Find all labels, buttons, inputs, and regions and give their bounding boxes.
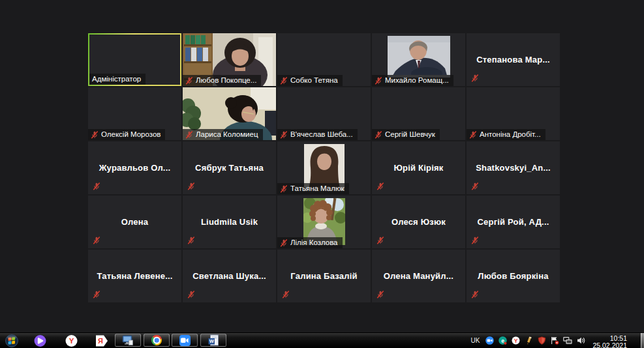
zoom-camera-icon bbox=[179, 335, 191, 346]
participant-tile[interactable]: Галина Базалій bbox=[277, 250, 371, 302]
participant-name: Любов Покопце... bbox=[196, 76, 256, 85]
yandex-alice-icon[interactable] bbox=[34, 334, 46, 347]
participant-tile[interactable]: Лариса Коломиец bbox=[183, 87, 276, 140]
participant-name: Олена bbox=[88, 196, 181, 248]
participant-tile[interactable]: Сергій Рой, АД... bbox=[467, 196, 560, 248]
participant-name: Сергій Рой, АД... bbox=[467, 196, 560, 248]
participant-name: Журавльов Ол... bbox=[88, 141, 181, 194]
action-center-flag-icon[interactable] bbox=[550, 336, 559, 345]
participant-tile[interactable]: Собко Тетяна bbox=[277, 33, 371, 86]
security-shield-icon[interactable] bbox=[537, 336, 546, 345]
participant-name: Сергій Шевчук bbox=[385, 130, 435, 139]
participant-tile[interactable]: Олеся Юзюк bbox=[372, 196, 465, 248]
participant-tile[interactable]: Олена Мануйл... bbox=[372, 250, 465, 302]
svg-text:Y: Y bbox=[69, 337, 74, 345]
zoom-tray-icon[interactable] bbox=[485, 336, 494, 345]
muted-mic-icon bbox=[471, 182, 479, 190]
participant-tile[interactable]: Любов Покопце... bbox=[183, 33, 276, 86]
eset-antivirus-icon[interactable]: e bbox=[498, 336, 507, 345]
language-indicator[interactable]: UK bbox=[471, 337, 480, 344]
explorer-taskbar-button[interactable] bbox=[115, 334, 141, 347]
participant-nameplate: Олексій Морозов bbox=[88, 129, 165, 140]
zoom-taskbar-button[interactable] bbox=[172, 334, 198, 347]
muted-mic-icon bbox=[187, 237, 195, 244]
participant-tile[interactable]: Лілія Козлова bbox=[277, 196, 371, 248]
participant-nameplate: В'ячеслав Шеба... bbox=[277, 129, 358, 140]
clock[interactable]: 10:51 25.02.2021 bbox=[592, 335, 627, 348]
participant-name: Сябрук Татьяна bbox=[183, 141, 276, 194]
participant-name: Олена Мануйл... bbox=[372, 250, 465, 302]
muted-mic-icon bbox=[91, 131, 99, 139]
participant-tile[interactable]: Татьяна Малюк bbox=[277, 141, 371, 194]
participant-nameplate: Лілія Козлова bbox=[277, 237, 343, 248]
participant-name: Татьяна Левене... bbox=[88, 250, 181, 302]
system-tray: UK e Y bbox=[471, 333, 627, 348]
participant-tile[interactable]: Татьяна Левене... bbox=[88, 250, 181, 302]
chrome-icon bbox=[151, 335, 162, 345]
participant-tile[interactable]: Светлана Шука... bbox=[183, 250, 276, 302]
muted-mic-icon bbox=[469, 131, 477, 139]
participant-name: Олеся Юзюк bbox=[372, 196, 465, 248]
yandex-search-icon[interactable]: Я bbox=[95, 334, 108, 347]
svg-text:Я: Я bbox=[98, 337, 103, 345]
muted-mic-icon bbox=[376, 291, 384, 298]
muted-mic-icon bbox=[93, 291, 100, 298]
participant-tile[interactable]: Антоніна Дробіт... bbox=[467, 87, 560, 140]
muted-mic-icon bbox=[280, 77, 288, 85]
participant-nameplate: Любов Покопце... bbox=[183, 75, 261, 86]
volume-icon[interactable] bbox=[576, 336, 585, 345]
participant-tile[interactable]: Михайло Ромащ... bbox=[372, 33, 465, 86]
participant-name: Любов Бояркіна bbox=[467, 250, 560, 302]
participant-tile[interactable]: В'ячеслав Шеба... bbox=[277, 87, 371, 140]
participant-name: Михайло Ромащ... bbox=[385, 76, 449, 85]
svg-text:W: W bbox=[209, 338, 214, 344]
participant-nameplate: Собко Тетяна bbox=[277, 75, 343, 86]
muted-mic-icon bbox=[282, 291, 290, 298]
participant-tile[interactable]: Журавльов Ол... bbox=[88, 141, 181, 194]
participant-name: Liudmila Usik bbox=[183, 196, 276, 248]
word-taskbar-button[interactable]: W bbox=[200, 334, 226, 347]
muted-mic-icon bbox=[375, 77, 382, 85]
participant-tile[interactable]: Юрій Кіріяк bbox=[372, 141, 465, 194]
participant-name: Юрій Кіріяк bbox=[372, 141, 465, 194]
participant-name: Shatkovskyi_An... bbox=[467, 141, 560, 194]
chrome-taskbar-button[interactable] bbox=[144, 334, 170, 347]
participant-tile[interactable]: Liudmila Usik bbox=[183, 196, 276, 248]
participant-nameplate: Адміністратор bbox=[89, 74, 146, 85]
zoom-meeting-window: Адміністратор bbox=[0, 0, 644, 333]
start-button[interactable] bbox=[5, 334, 18, 347]
muted-mic-icon bbox=[93, 182, 100, 190]
yandex-browser-icon[interactable]: Y bbox=[65, 334, 78, 347]
svg-text:Y: Y bbox=[514, 338, 518, 344]
yandex-tray-icon[interactable]: Y bbox=[511, 336, 520, 345]
muted-mic-icon bbox=[187, 182, 195, 190]
participant-name: Степанова Мар... bbox=[467, 33, 560, 86]
participant-tile[interactable]: Любов Бояркіна bbox=[467, 250, 560, 302]
network-icon[interactable] bbox=[563, 336, 572, 345]
participant-tile[interactable]: Олена bbox=[88, 196, 181, 248]
svg-text:e: e bbox=[501, 338, 504, 344]
participant-tile[interactable]: Сябрук Татьяна bbox=[183, 141, 276, 194]
muted-mic-icon bbox=[376, 237, 384, 244]
participant-tile[interactable]: Сергій Шевчук bbox=[372, 87, 465, 140]
participant-tile[interactable]: Олексій Морозов bbox=[88, 87, 181, 140]
muted-mic-icon bbox=[187, 291, 195, 298]
participant-name: В'ячеслав Шеба... bbox=[290, 130, 353, 139]
participant-name: Лариса Коломиец bbox=[196, 130, 258, 139]
muted-mic-icon bbox=[280, 131, 288, 139]
participant-name: Адміністратор bbox=[92, 75, 141, 83]
muted-mic-icon bbox=[471, 237, 479, 244]
show-desktop-button[interactable] bbox=[641, 333, 644, 348]
participant-name: Антоніна Дробіт... bbox=[480, 130, 541, 139]
muted-mic-icon bbox=[471, 74, 479, 82]
muted-mic-icon bbox=[93, 237, 100, 244]
punto-switcher-icon[interactable] bbox=[524, 336, 533, 345]
participant-tile[interactable]: Степанова Мар... bbox=[467, 33, 560, 86]
muted-mic-icon bbox=[185, 131, 193, 139]
muted-mic-icon bbox=[471, 291, 479, 298]
tray-time: 10:51 bbox=[592, 335, 627, 342]
participant-name: Галина Базалій bbox=[277, 250, 371, 302]
participant-tile-administrator[interactable]: Адміністратор bbox=[88, 33, 181, 86]
participant-tile[interactable]: Shatkovskyi_An... bbox=[467, 141, 560, 194]
participant-nameplate: Лариса Коломиец bbox=[183, 129, 263, 140]
